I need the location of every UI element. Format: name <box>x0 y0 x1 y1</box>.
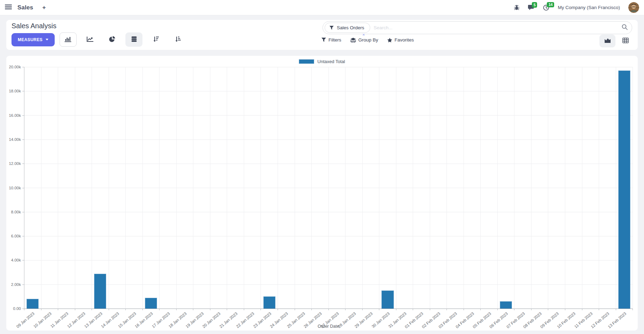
category-cell: 30 Jan 2023 <box>379 67 396 309</box>
category-cell: 06 Feb 2023 <box>498 67 515 309</box>
group-by-label: Group By <box>358 37 378 43</box>
y-tick-label: 4.00k <box>11 258 21 262</box>
category-cell: 29 Jan 2023 <box>363 67 380 309</box>
legend-label: Untaxed Total <box>317 59 345 64</box>
filters-button[interactable]: Filters <box>321 37 341 43</box>
pivot-view-button[interactable] <box>618 35 634 47</box>
bar[interactable] <box>263 296 276 309</box>
favorites-button[interactable]: Favorites <box>387 37 414 43</box>
pie-chart-icon <box>109 36 115 43</box>
category-cell: 24 Jan 2023 <box>278 67 295 309</box>
new-tab-plus-icon[interactable]: + <box>42 4 46 11</box>
y-tick-mark <box>22 67 24 67</box>
y-tick-label: 18.00k <box>9 89 21 93</box>
measures-button[interactable]: MEASURES <box>11 33 55 46</box>
y-tick-mark <box>22 236 24 236</box>
bar-chart-mode-button[interactable] <box>60 32 77 47</box>
search-icon[interactable] <box>622 24 628 31</box>
messages-badge: 5 <box>532 2 537 8</box>
y-tick-label: 6.00k <box>11 234 21 238</box>
category-cell: 17 Jan 2023 <box>160 67 177 309</box>
y-tick-mark <box>22 91 24 91</box>
sort-descending-button[interactable] <box>147 32 164 47</box>
bar[interactable] <box>381 290 394 309</box>
activities-clock-icon[interactable]: 14 <box>543 5 549 11</box>
search-options-row: Filters Group By Favorites <box>321 37 414 43</box>
category-cell: 02 Feb 2023 <box>430 67 447 309</box>
bar[interactable] <box>94 274 106 309</box>
facet-remove-icon[interactable]: × <box>362 32 365 37</box>
bar[interactable] <box>500 301 512 309</box>
category-cell: 11 Jan 2023 <box>58 67 75 309</box>
messages-icon[interactable]: 5 <box>528 5 535 10</box>
category-cell: 23 Jan 2023 <box>261 67 278 309</box>
y-tick-mark <box>22 260 24 260</box>
plot-area: 09 Jan 202310 Jan 202311 Jan 202312 Jan … <box>24 67 633 309</box>
app-name[interactable]: Sales <box>17 4 33 11</box>
filters-funnel-icon <box>321 38 326 42</box>
y-tick-label: 0.00 <box>13 306 21 311</box>
chart-card: Untaxed Total 09 Jan 202310 Jan 202311 J… <box>6 56 638 331</box>
company-switcher[interactable]: My Company (San Francisco) <box>558 5 620 10</box>
category-cell: 03 Feb 2023 <box>447 67 464 309</box>
y-tick-label: 12.00k <box>9 161 21 166</box>
search-bar[interactable]: Sales Orders × <box>323 21 632 34</box>
y-tick-label: 20.00k <box>9 65 21 69</box>
category-cell: 28 Jan 2023 <box>346 67 363 309</box>
category-cell: 09 Feb 2023 <box>548 67 565 309</box>
group-by-button[interactable]: Group By <box>350 37 378 43</box>
filter-funnel-icon <box>329 26 334 30</box>
line-chart-mode-button[interactable] <box>82 32 99 47</box>
category-cell: 04 Feb 2023 <box>464 67 481 309</box>
y-tick-mark <box>22 284 24 285</box>
category-cell: 08 Feb 2023 <box>532 67 549 309</box>
graph-view-button[interactable] <box>599 35 615 47</box>
line-chart-icon <box>87 36 94 43</box>
y-tick-mark <box>22 212 24 212</box>
apps-menu-icon[interactable] <box>5 5 12 11</box>
category-cell: 18 Jan 2023 <box>177 67 194 309</box>
y-tick-mark <box>22 115 24 116</box>
legend-swatch <box>299 59 314 64</box>
category-cell: 19 Jan 2023 <box>193 67 210 309</box>
category-cell: 27 Jan 2023 <box>329 67 346 309</box>
area-chart-icon <box>604 38 611 44</box>
x-axis-title: Order Date <box>24 324 633 329</box>
favorites-label: Favorites <box>395 37 414 43</box>
database-icon <box>131 36 137 43</box>
search-facet-label: Sales Orders <box>337 25 364 30</box>
category-cell: 13 Jan 2023 <box>92 67 109 309</box>
category-cell: 10 Jan 2023 <box>41 67 59 309</box>
sort-amount-asc-icon <box>175 36 181 43</box>
stacked-toggle-button[interactable] <box>125 32 142 47</box>
bar[interactable] <box>26 299 39 309</box>
category-cell: 13 Feb 2023 <box>616 67 633 309</box>
category-cell: 12 Feb 2023 <box>599 67 616 309</box>
y-tick-mark <box>22 139 24 140</box>
user-avatar[interactable] <box>628 2 639 13</box>
category-cell: 20 Jan 2023 <box>210 67 227 309</box>
debug-bug-icon[interactable] <box>514 5 520 10</box>
activities-badge: 14 <box>547 2 554 8</box>
chart-legend[interactable]: Untaxed Total <box>6 59 638 64</box>
category-cell: 11 Feb 2023 <box>582 67 599 309</box>
y-tick-label: 14.00k <box>9 137 21 142</box>
bar[interactable] <box>145 298 157 309</box>
bar[interactable] <box>618 70 630 309</box>
category-cell: 21 Jan 2023 <box>227 67 244 309</box>
y-tick-label: 8.00k <box>11 210 21 214</box>
y-tick-mark <box>22 309 24 309</box>
search-input[interactable] <box>374 25 622 30</box>
category-cell: 09 Jan 2023 <box>24 67 41 309</box>
y-tick-label: 10.00k <box>9 186 21 190</box>
category-cell: 26 Jan 2023 <box>312 67 329 309</box>
search-facet-sales-orders[interactable]: Sales Orders × <box>325 23 370 33</box>
main-content: Sales Analysis MEASURES <box>0 15 644 331</box>
category-cell: 07 Feb 2023 <box>514 67 532 309</box>
measures-button-label: MEASURES <box>18 37 42 42</box>
category-cell: 05 Feb 2023 <box>481 67 498 309</box>
sort-ascending-button[interactable] <box>169 32 186 47</box>
pie-chart-mode-button[interactable] <box>103 32 121 47</box>
category-cell: 22 Jan 2023 <box>244 67 261 309</box>
category-cell: 31 Jan 2023 <box>396 67 413 309</box>
